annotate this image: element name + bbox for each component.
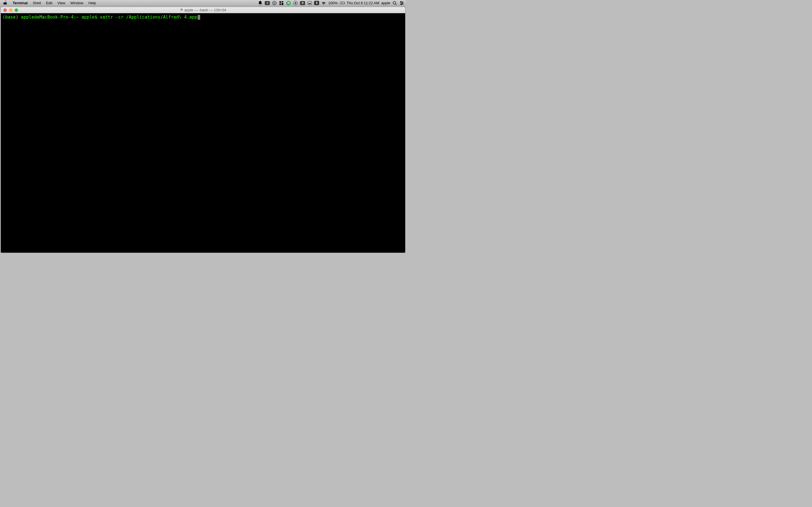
menu-shell[interactable]: Shell <box>30 0 43 6</box>
menubar-left: Terminal Shell Edit View Window Help <box>0 0 99 6</box>
input-source-icon[interactable]: A <box>265 1 270 6</box>
svg-rect-1 <box>280 1 281 3</box>
svg-point-0 <box>273 1 276 5</box>
terminal-command: xattr -cr /Applications/Alfred\ 4.app <box>100 15 197 20</box>
svg-rect-4 <box>280 3 281 5</box>
sogou-input-icon[interactable]: S <box>314 1 319 6</box>
battery-charging-icon[interactable] <box>340 1 345 6</box>
menubar-right: A N B ✿ S 100% Thu Oct 8 11:22 AM <box>258 0 406 6</box>
window-title: apple — -bash — 130×34 <box>1 8 405 12</box>
svg-rect-3 <box>282 3 283 5</box>
window-title-text: apple — -bash — 130×34 <box>185 8 226 12</box>
window-traffic-lights <box>1 8 18 12</box>
close-button[interactable] <box>3 8 7 12</box>
macos-menubar: Terminal Shell Edit View Window Help A N… <box>0 0 406 6</box>
user-menu[interactable]: apple <box>381 0 390 6</box>
terminal-viewport[interactable]: (base) appledeMacBook-Pro-4:~ apple$ xat… <box>1 13 405 252</box>
minimize-button[interactable] <box>9 8 12 12</box>
bartender-icon[interactable]: B <box>293 1 298 6</box>
svg-point-7 <box>393 1 396 4</box>
display-icon[interactable] <box>307 1 312 6</box>
svg-point-12 <box>402 3 403 3</box>
terminal-window: apple — -bash — 130×34 (base) appledeMac… <box>1 7 405 253</box>
svg-rect-2 <box>282 1 283 2</box>
svg-line-8 <box>396 4 397 5</box>
terminal-prompt: (base) appledeMacBook-Pro-4:~ apple$ <box>3 15 100 20</box>
clock[interactable]: Thu Oct 8 11:22 AM <box>347 0 379 6</box>
wifi-icon[interactable] <box>321 1 326 6</box>
battery-percentage[interactable]: 100% <box>328 0 338 6</box>
control-center-icon[interactable] <box>399 1 404 6</box>
svg-point-14 <box>401 4 402 5</box>
sync-icon[interactable] <box>272 1 277 6</box>
terminal-cursor <box>198 15 200 20</box>
menu-view[interactable]: View <box>55 0 68 6</box>
menu-edit[interactable]: Edit <box>43 0 55 6</box>
menu-window[interactable]: Window <box>68 0 86 6</box>
decor-app-icon[interactable]: ✿ <box>300 1 305 6</box>
menu-help[interactable]: Help <box>86 0 99 6</box>
spotlight-search-icon[interactable] <box>392 1 397 6</box>
apple-menu[interactable] <box>0 1 10 5</box>
svg-point-10 <box>401 1 402 2</box>
grid-app-icon[interactable] <box>279 1 284 6</box>
home-folder-icon <box>180 8 183 12</box>
svg-rect-6 <box>344 3 345 4</box>
zoom-button[interactable] <box>15 8 18 12</box>
menu-app-name[interactable]: Terminal <box>10 0 30 6</box>
green-app-icon[interactable]: N <box>286 1 291 6</box>
apple-logo-icon <box>3 1 7 5</box>
notification-bell-icon[interactable] <box>258 1 263 6</box>
window-titlebar[interactable]: apple — -bash — 130×34 <box>1 7 405 13</box>
